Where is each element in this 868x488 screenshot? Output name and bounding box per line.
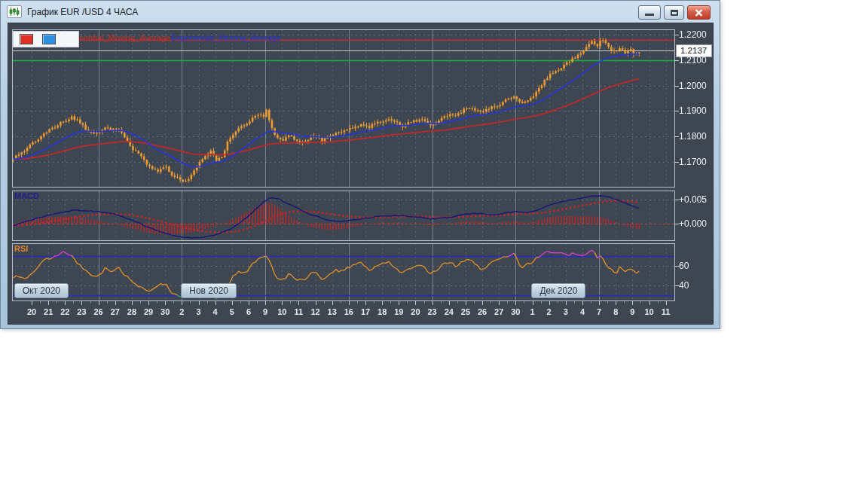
maximize-icon [671,10,678,16]
window-title: График EUR /USD 4 ЧАСА [27,7,138,17]
chart-window: График EUR /USD 4 ЧАСА Exponential_Movin… [0,0,720,329]
candlestick-chart-icon [7,5,22,18]
maximize-button[interactable] [664,5,684,20]
window-titlebar[interactable]: График EUR /USD 4 ЧАСА [1,1,720,23]
indicator-legend-chips [13,31,79,47]
close-button[interactable] [687,5,711,20]
minimize-button[interactable] [638,5,661,20]
window-controls [638,5,711,20]
chart-client-area: Exponential_Moving_Average Exponential_M… [8,23,714,325]
ema-blue-chip-button[interactable] [42,34,56,44]
minimize-icon [645,14,654,16]
close-icon [695,9,703,17]
ema-red-chip-button[interactable] [20,34,33,44]
chart-canvas[interactable] [8,23,713,324]
